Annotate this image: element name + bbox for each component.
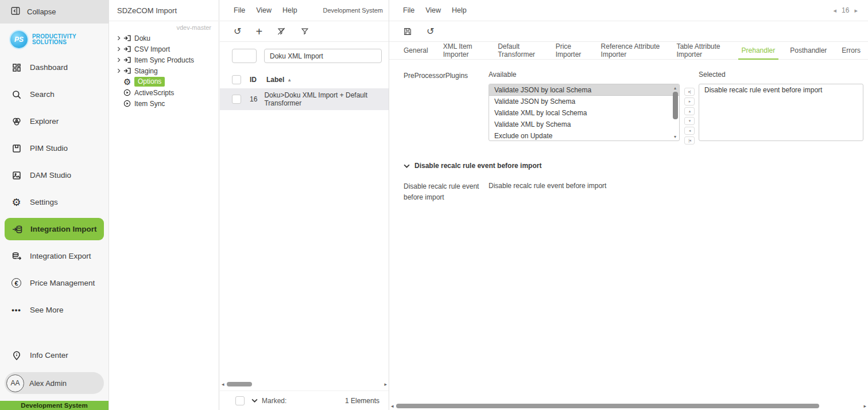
select-all-checkbox[interactable] (232, 75, 241, 84)
tree-item-item-sync-products[interactable]: Item Sync Products (117, 54, 218, 65)
tree-item-label: CSV Import (134, 45, 170, 53)
scroll-right-icon[interactable]: ▸ (863, 403, 866, 409)
sidebar-item-pim-studio[interactable]: PIM Studio (0, 135, 108, 162)
tab-price-importer[interactable]: Price Importer (548, 42, 594, 59)
chevron-right-icon[interactable] (117, 46, 123, 52)
save-icon[interactable] (403, 27, 412, 36)
tree-item-doku[interactable]: Doku (117, 33, 218, 44)
available-column: Available Validate JSON by local Schema … (489, 71, 680, 141)
gear-icon: ⚙ (10, 196, 22, 208)
sidebar-item-info-center[interactable]: Info Center (0, 342, 108, 369)
pager-next-icon[interactable]: ▸ (854, 7, 858, 14)
marked-checkbox[interactable] (235, 396, 245, 405)
chevron-right-icon[interactable] (117, 36, 123, 41)
move-down-button[interactable]: ▾ (684, 117, 695, 125)
section-field-row: Disable recalc rule event before import … (389, 170, 868, 203)
scroll-up-icon[interactable]: ▴ (674, 85, 676, 91)
collapse-button[interactable]: Collapse (0, 0, 108, 24)
scrollbar-thumb[interactable] (396, 404, 820, 408)
brand-name: PRODUCTIVITY SOLUTIONS (32, 34, 76, 46)
table-row[interactable]: 16 Doku>Doku XML Import + Default Transf… (220, 88, 389, 110)
integration-export-icon (10, 250, 22, 262)
list-menubar: File View Help Development System (220, 0, 389, 21)
sidebar-spacer (0, 323, 108, 342)
menu-view[interactable]: View (256, 6, 272, 14)
sidebar-item-label: Price Management (30, 279, 95, 287)
sidebar: Collapse PS PRODUCTIVITY SOLUTIONS Dashb… (0, 0, 109, 410)
tab-prehandler[interactable]: Prehandler (734, 42, 783, 59)
menu-view[interactable]: View (425, 6, 441, 14)
scrollbar-thumb[interactable] (673, 92, 678, 119)
sidebar-item-label: Integration Export (30, 252, 91, 260)
tab-errors[interactable]: Errors (834, 42, 868, 59)
sidebar-item-integration-import[interactable]: Integration Import (5, 218, 104, 240)
sidebar-item-dam-studio[interactable]: DAM Studio (0, 162, 108, 189)
refresh-icon[interactable]: ↺ (234, 27, 241, 36)
column-header-id[interactable]: ID (250, 76, 266, 84)
tab-xml-item-importer[interactable]: XML Item Importer (436, 42, 490, 59)
tree-item-options[interactable]: ⚙ Options (117, 76, 218, 87)
tree-item-csv-import[interactable]: CSV Import (117, 44, 218, 54)
tab-default-transformer[interactable]: Default Transformer (490, 42, 548, 59)
menu-file[interactable]: File (403, 6, 414, 14)
tab-posthandler[interactable]: Posthandler (782, 42, 834, 59)
collapse-label: Collapse (27, 7, 56, 16)
row-checkbox[interactable] (232, 95, 241, 104)
chevron-right-icon[interactable] (117, 57, 123, 63)
move-all-right-button[interactable]: ▸| (684, 88, 695, 96)
pager-prev-icon[interactable]: ◂ (834, 7, 837, 14)
info-pin-icon (10, 349, 22, 361)
sidebar-item-dashboard[interactable]: Dashboard (0, 54, 108, 81)
menu-help[interactable]: Help (452, 6, 467, 14)
move-left-button[interactable]: ◂ (684, 127, 695, 135)
sidebar-item-explorer[interactable]: Explorer (0, 108, 108, 135)
menu-help[interactable]: Help (282, 6, 297, 14)
sidebar-item-price-management[interactable]: € Price Management (0, 270, 108, 296)
tab-reference-attribute-importer[interactable]: Reference Attribute Importer (594, 42, 669, 59)
sidebar-item-label: PIM Studio (30, 144, 68, 153)
tab-table-attribute-importer[interactable]: Table Attribute Importer (669, 42, 734, 59)
chevron-down-icon[interactable] (251, 399, 258, 403)
available-option[interactable]: Exclude on Update (489, 130, 679, 141)
scroll-right-icon[interactable]: ▸ (384, 381, 387, 387)
detail-horizontal-scrollbar: ◂ ▸ (391, 403, 866, 409)
move-up-button[interactable]: ▴ (684, 107, 695, 115)
filter-clear-icon[interactable] (277, 27, 286, 36)
selected-option[interactable]: Disable recalc rule event before import (699, 84, 863, 96)
brand-logo: PS PRODUCTIVITY SOLUTIONS (0, 24, 108, 54)
sidebar-item-integration-export[interactable]: Integration Export (0, 243, 108, 270)
tree-item-item-sync[interactable]: Item Sync (117, 98, 218, 109)
scroll-down-icon[interactable]: ▾ (674, 134, 676, 139)
sidebar-item-search[interactable]: Search (0, 81, 108, 108)
id-filter-input[interactable] (232, 49, 257, 63)
section-toggle[interactable]: Disable recalc rule event before import (389, 145, 868, 170)
sidebar-item-label: Integration Import (30, 225, 97, 233)
chevron-right-icon[interactable] (117, 68, 123, 73)
tree-item-activescripts[interactable]: ActiveScripts (117, 87, 218, 98)
tab-general[interactable]: General (396, 42, 436, 59)
scrollbar-thumb[interactable] (227, 382, 252, 386)
tree-item-staging[interactable]: Staging (117, 65, 218, 76)
sidebar-item-label: Info Center (30, 351, 68, 360)
sidebar-item-label: DAM Studio (30, 171, 71, 179)
selected-caption: Selected (699, 71, 863, 79)
label-filter-input[interactable] (264, 49, 382, 63)
available-option[interactable]: Validate XML by local Schema (489, 107, 679, 119)
user-menu[interactable]: AA Alex Admin (5, 372, 104, 394)
play-circle-icon (123, 89, 134, 96)
add-icon[interactable]: + (255, 26, 262, 37)
available-option[interactable]: Validate XML by Schema (489, 119, 679, 130)
move-all-left-button[interactable]: |◂ (684, 136, 695, 145)
refresh-icon[interactable]: ↺ (427, 27, 434, 36)
brand-ps-badge: PS (10, 31, 28, 48)
filter-icon[interactable] (300, 27, 309, 36)
sidebar-item-see-more[interactable]: ••• See More (0, 296, 108, 323)
sidebar-item-settings[interactable]: ⚙ Settings (0, 189, 108, 216)
available-option-selected[interactable]: Validate JSON by local Schema (489, 84, 679, 96)
available-option[interactable]: Validate JSON by Schema (489, 96, 679, 107)
move-right-button[interactable]: ▸ (684, 97, 695, 106)
chevron-down-icon (404, 164, 410, 168)
menu-file[interactable]: File (234, 6, 245, 14)
column-header-label[interactable]: Label ▲ (266, 76, 292, 84)
search-row (220, 42, 389, 65)
